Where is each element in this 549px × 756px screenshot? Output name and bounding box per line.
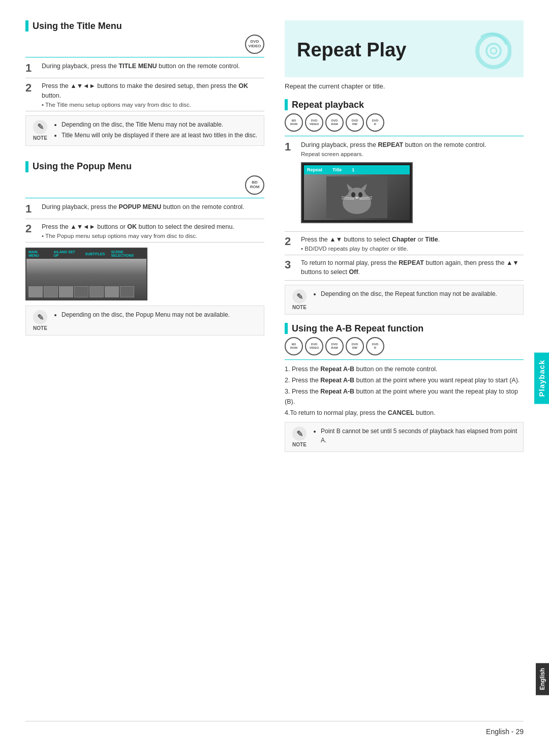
popup-menu-item-3: SUBTITLES bbox=[85, 252, 105, 256]
note-item-2: Title Menu will only be displayed if the… bbox=[62, 131, 257, 140]
repeat-disc-icons: BDROM DVDVIDEO DVDRAM DVDRW DVDR bbox=[285, 113, 524, 132]
screenshot-title-label: Title bbox=[332, 167, 342, 172]
title-menu-step2: 2 Press the ▲▼◄► buttons to make the des… bbox=[25, 81, 264, 111]
ab-note: ✎ NOTE Point B cannot be set until 5 sec… bbox=[285, 422, 524, 452]
repeat-playback-heading-row: Repeat playback bbox=[285, 99, 524, 110]
repeat-note-label: ✎ NOTE bbox=[290, 289, 309, 310]
ab-disc-icon-bdrom: BDROM bbox=[285, 337, 303, 355]
left-column: Using the Title Menu DVDVIDEO 1 During p… bbox=[25, 20, 264, 721]
title-menu-disc-icon-box: DVDVIDEO bbox=[25, 35, 264, 54]
repeat-note-icon: ✎ bbox=[292, 289, 307, 304]
popup-menu-section-heading: Using the Popup Menu bbox=[25, 161, 264, 172]
ab-note-icon: ✎ bbox=[292, 427, 307, 441]
repeat-note: ✎ NOTE Depending on the disc, the Repeat… bbox=[285, 285, 524, 315]
title-menu-note-label: ✎ NOTE bbox=[31, 120, 49, 141]
repeat-playback-heading: Repeat playback bbox=[292, 100, 364, 110]
popup-menu-item-1: MAIN MENU bbox=[28, 250, 47, 257]
popup-thumb-2 bbox=[44, 286, 58, 297]
popup-step-number-1: 1 bbox=[25, 202, 37, 216]
note-icon: ✎ bbox=[33, 120, 47, 134]
page-number: English - 29 bbox=[486, 728, 524, 736]
svg-point-2 bbox=[491, 48, 497, 54]
popup-note-content: Depending on the disc, the Popup Menu ma… bbox=[54, 310, 230, 321]
popup-menu-heading: Using the Popup Menu bbox=[33, 161, 132, 172]
title-menu-note: ✎ NOTE Depending on the disc, the Title … bbox=[25, 115, 264, 146]
repeat-step1-text: During playback, press the REPEAT button… bbox=[301, 140, 486, 150]
repeat-note-item: Depending on the disc, the Repeat functi… bbox=[321, 289, 497, 298]
popup-menu-note: ✎ NOTE Depending on the disc, the Popup … bbox=[25, 306, 264, 336]
repeat-step2-sub: • BD/DVD repeats play by chapter or titl… bbox=[301, 246, 440, 252]
disc-icon-dvdrw: DVDRW bbox=[346, 113, 364, 132]
ab-divider bbox=[285, 359, 524, 360]
repeat-play-subtitle: Repeat the current chapter or title. bbox=[285, 82, 524, 90]
popup-thumb-6 bbox=[105, 286, 119, 297]
repeat-play-header: Repeat Play bbox=[285, 20, 524, 77]
ab-note-label: ✎ NOTE bbox=[290, 427, 309, 447]
popup-note-label: ✎ NOTE bbox=[31, 310, 49, 331]
disc-graphic bbox=[466, 29, 511, 70]
title-menu-heading: Using the Title Menu bbox=[33, 21, 122, 32]
repeat-play-title: Repeat Play bbox=[297, 39, 406, 61]
repeat-step2-text: Press the ▲▼ buttons to select Chapter o… bbox=[301, 235, 440, 245]
screenshot-repeat-label: Repeat bbox=[307, 167, 322, 172]
ab-repeat-heading: Using the A-B Repeat function bbox=[292, 323, 423, 334]
repeat-step-num-2: 2 bbox=[285, 235, 296, 248]
popup-thumbnails bbox=[26, 284, 136, 299]
disc-icon-dvdvideo: DVDVIDEO bbox=[305, 113, 323, 132]
ab-step-3: 3. Press the Repeat A-B button at the po… bbox=[285, 386, 524, 407]
title-menu-step2-sub: • The Title menu setup options may vary … bbox=[42, 102, 264, 108]
ab-disc-icon-dvdvideo: DVDVIDEO bbox=[305, 337, 323, 355]
svg-point-10 bbox=[355, 197, 358, 199]
ab-steps-list: 1. Press the Repeat A-B button on the re… bbox=[285, 364, 524, 418]
popup-thumb-5 bbox=[89, 286, 104, 297]
step-number-2: 2 bbox=[25, 81, 37, 95]
repeat-step3: 3 To return to normal play, press the RE… bbox=[285, 258, 524, 281]
repeat-step2-content: Press the ▲▼ buttons to select Chapter o… bbox=[301, 235, 440, 252]
cat-image bbox=[304, 174, 410, 220]
popup-menu-step1-text: During playback, press the POPUP MENU bu… bbox=[42, 202, 245, 212]
screenshot-title-num: 1 bbox=[352, 167, 354, 172]
popup-step-number-2: 2 bbox=[25, 222, 37, 235]
title-menu-step2-text: Press the ▲▼◄► buttons to make the desir… bbox=[42, 81, 264, 101]
note-item-1: Depending on the disc, the Title Menu ma… bbox=[62, 120, 257, 129]
svg-point-5 bbox=[348, 188, 366, 204]
dvd-video-icon: DVDVIDEO bbox=[245, 35, 264, 54]
bd-rom-icon: BDROM bbox=[245, 175, 264, 195]
right-column: Repeat Play Repeat the current chapter o… bbox=[280, 20, 524, 721]
repeat-screenshot-bar: Repeat Title 1 bbox=[304, 165, 410, 174]
disc-icon-dvdr: DVDR bbox=[366, 113, 384, 132]
popup-menu-item-4: SCENE SELECTIONS bbox=[111, 250, 144, 257]
disc-icon-dvdram: DVDRAM bbox=[325, 113, 344, 132]
popup-thumb-7 bbox=[120, 286, 134, 297]
title-menu-section-heading: Using the Title Menu bbox=[25, 20, 264, 32]
ab-step-1: 1. Press the Repeat A-B button on the re… bbox=[285, 364, 524, 374]
repeat-step1: 1 During playback, press the REPEAT butt… bbox=[285, 140, 524, 232]
popup-menu-step1: 1 During playback, press the POPUP MENU … bbox=[25, 202, 264, 219]
popup-note-icon: ✎ bbox=[33, 310, 47, 324]
popup-menu-step2-sub: • The Popup menu setup options may vary … bbox=[42, 233, 234, 239]
ab-disc-icons: BDROM DVDVIDEO DVDRAM DVDRW DVDR bbox=[285, 337, 524, 355]
title-menu-step2-content: Press the ▲▼◄► buttons to make the desir… bbox=[42, 81, 264, 108]
two-column-layout: Using the Title Menu DVDVIDEO 1 During p… bbox=[25, 20, 524, 721]
repeat-step-num-1: 1 bbox=[285, 140, 296, 154]
page: Playback English Using the Title Menu DV… bbox=[0, 0, 549, 756]
page-footer: English - 29 bbox=[25, 721, 524, 736]
title-menu-note-content: Depending on the disc, the Title Menu ma… bbox=[54, 120, 257, 141]
popup-menu-step2-content: Press the ▲▼◄► buttons or OK button to s… bbox=[42, 222, 234, 239]
cyan-bar-repeat bbox=[285, 99, 288, 110]
svg-point-1 bbox=[486, 44, 501, 58]
svg-point-8 bbox=[351, 192, 355, 197]
ab-disc-icon-dvdram: DVDRAM bbox=[325, 337, 344, 355]
repeat-screenshot: Repeat Title 1 bbox=[301, 162, 413, 223]
repeat-step1-content: During playback, press the REPEAT button… bbox=[301, 140, 486, 228]
ab-note-content: Point B cannot be set until 5 seconds of… bbox=[314, 427, 518, 446]
popup-menu-disc-icon-box: BDROM bbox=[25, 175, 264, 195]
popup-menu-step2-text: Press the ▲▼◄► buttons or OK button to s… bbox=[42, 222, 234, 232]
english-tab: English bbox=[536, 663, 549, 695]
svg-point-0 bbox=[477, 35, 510, 67]
playback-tab: Playback bbox=[534, 352, 549, 404]
svg-point-9 bbox=[358, 192, 362, 197]
ab-disc-icon-dvdr: DVDR bbox=[366, 337, 384, 355]
cyan-bar-title-menu bbox=[25, 20, 28, 32]
popup-menu-bar: MAIN MENU A/LANG SET UP SUBTITLES SCENE … bbox=[26, 249, 146, 259]
